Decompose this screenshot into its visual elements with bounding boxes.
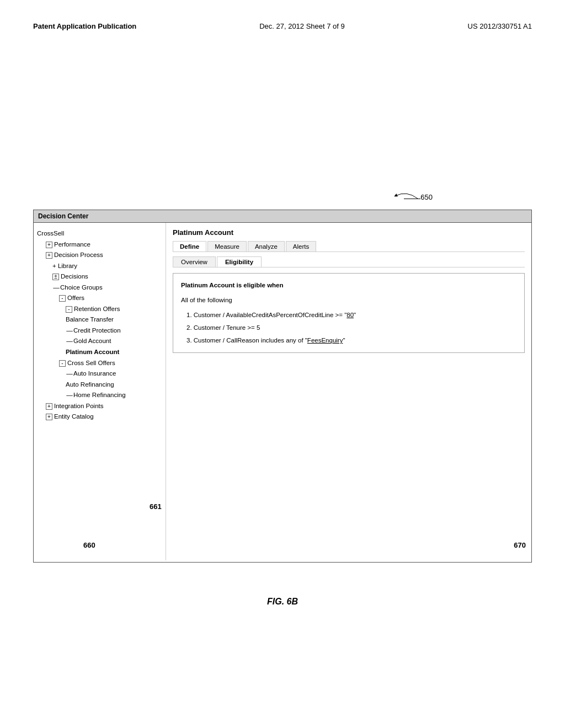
expand-icon: - [59, 360, 66, 367]
dash-icon: — [66, 368, 73, 379]
tree-item-label: Decisions [61, 273, 88, 280]
tree-item[interactable]: +Performance [37, 239, 162, 250]
underlined-value: FeesEnquiry [307, 337, 343, 344]
tab2[interactable]: Eligibility [217, 256, 262, 267]
tab[interactable]: Analyze [248, 241, 285, 251]
tree-item-label: Decision Process [54, 251, 103, 258]
tree-item[interactable]: Platinum Account [37, 347, 162, 358]
tab[interactable]: Define [173, 241, 206, 251]
figure-area: 650 Decision Center CrossSell+Performanc… [33, 210, 532, 563]
tree-item[interactable]: -Cross Sell Offers [37, 358, 162, 369]
tabs-row-1: DefineMeasureAnalyzeAlerts [173, 241, 525, 252]
tab[interactable]: Alerts [286, 241, 316, 251]
tree-item-label: Choice Groups [60, 284, 103, 291]
dash-icon: — [66, 336, 73, 347]
tree-item-label: Retention Offers [74, 306, 120, 312]
tabs-row-2: OverviewEligibility [173, 256, 525, 267]
patent-header: Patent Application Publication Dec. 27, … [0, 22, 565, 30]
tree-item-label: Entity Catalog [54, 413, 94, 420]
eligibility-subtitle: All of the following [181, 294, 516, 307]
eligibility-rule: 2. Customer / Tenure >= 5 [186, 322, 516, 334]
dash-icon: — [52, 282, 60, 293]
eligibility-rules: 1. Customer / AvailableCreditAsPercentOf… [181, 309, 516, 347]
header-center: Dec. 27, 2012 Sheet 7 of 9 [259, 22, 345, 30]
tree-item-label: Performance [54, 241, 90, 248]
window-content: CrossSell+Performance+Decision Process+ … [34, 223, 531, 560]
expand-icon: - [66, 306, 72, 313]
tree-item[interactable]: ±Decisions [37, 271, 162, 282]
window-title-bar: Decision Center [34, 210, 531, 223]
tree-item-label: Platinum Account [66, 349, 119, 355]
tree-item-label: Auto Refinancing [66, 381, 114, 388]
eligibility-rule: 1. Customer / AvailableCreditAsPercentOf… [186, 309, 516, 322]
tree-item-label: Integration Points [54, 403, 104, 409]
expand-icon: - [59, 295, 66, 302]
tree-item-label: + Library [52, 263, 77, 269]
tree-item[interactable]: CrossSell [37, 228, 162, 239]
expand-icon: + [46, 252, 52, 259]
tab2[interactable]: Overview [173, 256, 216, 267]
underlined-value: 80 [347, 312, 354, 318]
tree-item-label: Balance Transfer [66, 316, 114, 323]
tree-item[interactable]: —Choice Groups [37, 282, 162, 293]
tree-item[interactable]: —Credit Protection [37, 325, 162, 336]
expand-icon: + [46, 414, 52, 420]
tree-item-label: Credit Protection [73, 327, 121, 334]
tree-item[interactable]: —Auto Insurance [37, 368, 162, 379]
expand-icon: + [46, 403, 52, 410]
tree-item-label: Offers [67, 295, 84, 301]
tree-item[interactable]: Auto Refinancing [37, 379, 162, 390]
header-right: US 2012/330751 A1 [468, 22, 532, 30]
tree-item[interactable]: -Retention Offers [37, 304, 162, 315]
figure-caption: FIG. 6B [0, 597, 565, 607]
decision-center-window: Decision Center CrossSell+Performance+De… [33, 210, 532, 563]
tree-item-label: Cross Sell Offers [67, 360, 115, 366]
tree-item[interactable]: +Decision Process [37, 250, 162, 261]
panel-title: Platinum Account [173, 228, 525, 237]
dash-icon: — [66, 390, 73, 401]
label-670: 670 [514, 541, 526, 549]
label-650: 650 [420, 193, 433, 201]
tree-item[interactable]: +Integration Points [37, 401, 162, 412]
tree-item-label: Gold Account [73, 338, 111, 344]
tree-item[interactable]: -Offers [37, 293, 162, 304]
eligibility-rule: 3. Customer / CallReason includes any of… [186, 334, 516, 347]
dash-icon: — [66, 325, 73, 336]
eligibility-title: Platinum Account is eligible when [181, 279, 516, 292]
expand-icon: ± [52, 274, 59, 280]
tab[interactable]: Measure [207, 241, 247, 251]
eligibility-box: Platinum Account is eligible when All of… [173, 273, 525, 353]
tree-item-label: Auto Insurance [73, 370, 116, 377]
tree-item[interactable]: Balance Transfer [37, 314, 162, 325]
tree-item[interactable]: +Entity Catalog [37, 411, 162, 422]
tree-item[interactable]: —Gold Account [37, 336, 162, 347]
tree-item-label: Home Refinancing [73, 392, 126, 398]
expand-icon: + [46, 242, 52, 248]
label-660: 660 [83, 541, 95, 549]
tree-item[interactable]: + Library [37, 261, 162, 272]
header-left: Patent Application Publication [33, 22, 136, 30]
tree-item-label: CrossSell [37, 230, 64, 237]
content-panel: Platinum Account DefineMeasureAnalyzeAle… [166, 223, 531, 560]
label-661: 661 [150, 502, 162, 511]
tree-item[interactable]: —Home Refinancing [37, 390, 162, 401]
sidebar: CrossSell+Performance+Decision Process+ … [34, 223, 166, 560]
